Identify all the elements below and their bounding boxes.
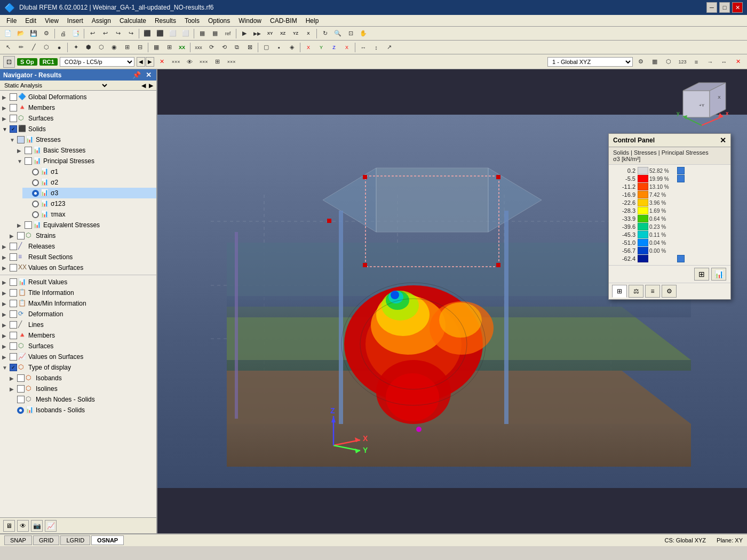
tb2-various6[interactable]: ⊟ (134, 42, 146, 53)
tree-item-surfaces-2[interactable]: ▶ ⬡ Surfaces (0, 341, 156, 351)
tb-load-x2[interactable]: ××× (170, 56, 182, 68)
tree-item-isobands[interactable]: ▶ ⬡ Isobands (7, 373, 156, 383)
tb-delete[interactable]: ✕ (732, 56, 744, 68)
nav-btn-display[interactable]: 🖥 (3, 520, 15, 532)
tb2-view1[interactable]: ⧉ (231, 42, 243, 53)
tb-view-grid[interactable]: ▦ (649, 56, 661, 68)
cp-tab-list[interactable]: ≡ (645, 285, 660, 298)
cb-lines[interactable] (10, 321, 17, 329)
nav-btn-eye[interactable]: 👁 (17, 520, 29, 532)
tb2-various4[interactable]: ◉ (108, 42, 120, 53)
tb-calc[interactable]: ▶ (239, 28, 250, 39)
maximize-button[interactable]: □ (719, 2, 730, 13)
tb-pan[interactable]: ✋ (357, 28, 369, 39)
nav-prev-arrow[interactable]: ◀ (140, 82, 147, 89)
cp-tab-settings[interactable]: ⚙ (662, 285, 677, 298)
cb-strains[interactable] (17, 232, 25, 239)
tree-item-equivalent-stresses[interactable]: ▶ 📊 Equivalent Stresses (15, 220, 156, 230)
menu-options[interactable]: Options (204, 16, 234, 26)
cb-title-information[interactable] (10, 289, 17, 297)
tb2-various2[interactable]: ⬢ (83, 42, 94, 53)
cb-basic-stresses[interactable] (25, 147, 32, 154)
tb-settings[interactable]: ⚙ (41, 28, 52, 39)
tb-calc2[interactable]: ▶▶ (251, 28, 263, 39)
tb-print2[interactable]: 📑 (70, 28, 82, 39)
tb2-select2[interactable]: ⊞ (163, 42, 175, 53)
tree-item-sigma2[interactable]: 📊 σ2 (22, 177, 156, 188)
menu-tools[interactable]: Tools (180, 16, 204, 26)
tb2-pencil[interactable]: ✏ (15, 42, 27, 53)
cb-solids[interactable]: ✓ (10, 125, 17, 133)
tree-item-principal-stresses[interactable]: ▼ 📊 Principal Stresses (15, 156, 156, 166)
tree-item-maxmin-information[interactable]: ▶ 📋 Max/Min Information (0, 298, 156, 309)
tb-view-mesh[interactable]: ⬡ (663, 56, 674, 68)
tb2-dim3[interactable]: ↗ (383, 42, 395, 53)
cp-tab-table[interactable]: ⊞ (612, 285, 627, 298)
tb-view-y[interactable]: ××× (226, 56, 237, 68)
tb2-various1[interactable]: ✦ (70, 42, 82, 53)
cb-principal-stresses[interactable] (25, 157, 32, 165)
menu-view[interactable]: View (41, 16, 63, 26)
view-select[interactable]: 1 - Global XYZ (547, 57, 633, 67)
tree-item-members-2[interactable]: ▶ 🔺 Members (0, 330, 156, 341)
tree-item-surfaces[interactable]: ▶ ⬡ Surfaces (0, 113, 156, 124)
menu-results[interactable]: Results (150, 16, 180, 26)
cb-result-sections[interactable] (10, 253, 17, 261)
tb-view-layer[interactable]: ≡ (690, 56, 702, 68)
cb-maxmin-information[interactable] (10, 300, 17, 307)
cb-surfaces-2[interactable] (10, 342, 17, 350)
tb-x[interactable]: X (303, 28, 314, 39)
nav-btn-chart[interactable]: 📈 (45, 520, 57, 532)
tb-table[interactable]: ▦ (196, 28, 208, 39)
tb2-view2[interactable]: ⊠ (244, 42, 256, 53)
cp-close-button[interactable]: ✕ (720, 136, 726, 145)
cb-type-of-display[interactable]: ✓ (10, 364, 17, 371)
tb-save[interactable]: 💾 (28, 28, 39, 39)
tb-view-settings[interactable]: ⚙ (635, 56, 647, 68)
tb-grid4[interactable]: ⬜ (180, 28, 192, 39)
tb-new[interactable]: 📄 (2, 28, 14, 39)
tb2-mesh[interactable]: XX (176, 42, 188, 53)
tree-item-isolines[interactable]: ▶ ⬡ Isolines (7, 383, 156, 394)
tb-undo[interactable]: ↩ (86, 28, 98, 39)
tb-yz[interactable]: YZ (290, 28, 301, 39)
model-view-icon[interactable]: ⊡ (3, 56, 15, 68)
cb-mesh-nodes-solids[interactable] (17, 396, 25, 403)
tree-item-mesh-nodes-solids[interactable]: ⬡ Mesh Nodes - Solids (7, 394, 156, 405)
nav-btn-camera[interactable]: 📷 (31, 520, 43, 532)
viewport[interactable]: X Y Z (157, 69, 747, 533)
cb-isolines[interactable] (17, 385, 25, 393)
tree-item-releases[interactable]: ▶ ╱ Releases (0, 241, 156, 252)
tb2-render1[interactable]: ▢ (260, 42, 272, 53)
tb2-cursor[interactable]: ↖ (2, 42, 14, 53)
tb2-load2[interactable]: ⟳ (205, 42, 217, 53)
tree-item-global-deformations[interactable]: ▶ 🔷 Global Deformations (0, 92, 156, 102)
tree-item-basic-stresses[interactable]: ▶ 📊 Basic Stresses (15, 145, 156, 156)
tb2-render2[interactable]: ▪ (273, 42, 285, 53)
cp-table-button[interactable]: ⊞ (694, 268, 709, 281)
nav-close-button[interactable]: ✕ (144, 71, 153, 79)
menu-insert[interactable]: Insert (63, 16, 88, 26)
nav-analysis-select[interactable]: Static Analysis (2, 82, 109, 89)
tb2-axis1[interactable]: X (303, 42, 314, 53)
tb-load-x[interactable]: ✕ (156, 56, 168, 68)
tree-item-sigma1[interactable]: 📊 σ1 (22, 166, 156, 177)
load-next-arrow[interactable]: ▶ (146, 57, 154, 67)
tb2-load1[interactable]: xxx (193, 42, 204, 53)
tree-item-lines[interactable]: ▶ ╱ Lines (0, 319, 156, 330)
cb-members-2[interactable] (10, 332, 17, 339)
tree-item-result-values[interactable]: ▶ 📊 Result Values (0, 277, 156, 287)
tree-item-stresses[interactable]: ▼ 📊 Stresses (7, 134, 156, 145)
tb-grid2[interactable]: ⬛ (154, 28, 166, 39)
tb2-axis4[interactable]: X (341, 42, 353, 53)
tb-view-arrow2[interactable]: ↔ (718, 56, 730, 68)
tree-item-values-on-surfaces[interactable]: ▶ XX Values on Surfaces (0, 262, 156, 273)
tb2-axis3[interactable]: Z (328, 42, 340, 53)
radio-sigma2[interactable] (32, 179, 39, 186)
status-osnap[interactable]: OSNAP (91, 535, 124, 545)
tb-eye[interactable]: 👁 (184, 56, 196, 68)
tb-table2[interactable]: ▦ (209, 28, 221, 39)
menu-window[interactable]: Window (234, 16, 266, 26)
tree-item-tmax[interactable]: 📊 τmax (22, 209, 156, 220)
nav-pin-button[interactable]: 📌 (131, 71, 142, 79)
